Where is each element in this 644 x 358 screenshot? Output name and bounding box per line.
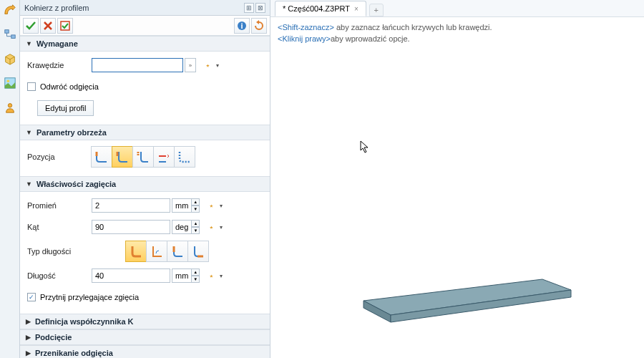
length-spin-up[interactable]: ▲ — [191, 268, 200, 276]
length-spin-down[interactable]: ▼ — [191, 276, 200, 283]
length-options-icon[interactable]: ⭑ — [204, 268, 218, 283]
collapse-icon: ▶ — [26, 318, 31, 325]
properties-panel: Kołnierz z profilem ⊞ ⊠ i ▼ Wymagane — [20, 0, 270, 358]
model-plate — [342, 265, 585, 329]
radius-input[interactable] — [92, 198, 170, 213]
collapse-icon: ▶ — [26, 349, 31, 357]
reverse-label: Odwróć odgięcia — [40, 82, 99, 91]
tab-close-icon[interactable]: × — [354, 5, 358, 13]
panel-close-icon[interactable]: ⊠ — [255, 3, 265, 13]
length-input[interactable] — [92, 268, 170, 283]
section-podciecie-header[interactable]: ▶ Podcięcie — [20, 329, 270, 345]
section-required-title: Wymagane — [36, 39, 78, 48]
angle-spin-up[interactable]: ▲ — [191, 220, 200, 227]
svg-rect-5 — [61, 21, 69, 30]
svg-point-3 — [6, 80, 9, 83]
position-option-3[interactable] — [132, 146, 154, 168]
length-unit[interactable]: mm — [172, 268, 192, 283]
edges-label: Krawędzie — [27, 61, 92, 69]
lengthtype-options — [126, 241, 209, 262]
radius-options-icon[interactable]: ⭑ — [204, 198, 218, 213]
lengthtype-option-3[interactable] — [167, 241, 188, 262]
radius-label: Promień — [27, 201, 92, 210]
tool-user-icon[interactable] — [3, 100, 17, 115]
tab-bar: * Część004.Z3PRT × + — [270, 0, 644, 17]
trim-label: Przytnij przylegające zgięcia — [40, 293, 139, 301]
position-option-2[interactable] — [112, 146, 133, 168]
expand-icon: ▼ — [26, 129, 32, 136]
svg-text:i: i — [240, 21, 243, 30]
edges-expand-icon[interactable]: » — [185, 58, 196, 72]
viewport: * Część004.Z3PRT × + <Shift-zaznacz> aby… — [270, 0, 644, 358]
hint2-text: aby wprowadzić opcje. — [331, 34, 410, 43]
section-przenikanie-title: Przenikanie odgięcia — [35, 349, 113, 357]
section-bendprops-header[interactable]: ▼ Właściwości zagięcia — [20, 176, 270, 192]
section-required-header[interactable]: ▼ Wymagane — [20, 36, 270, 52]
side-toolbar — [0, 0, 20, 358]
reset-button[interactable] — [251, 18, 267, 34]
reverse-checkbox[interactable] — [27, 82, 36, 91]
tool-tree-icon[interactable] — [3, 27, 17, 42]
section-k-title: Definicja współczynnika K — [35, 317, 134, 326]
angle-input[interactable] — [92, 220, 170, 234]
document-tab[interactable]: * Część004.Z3PRT × — [275, 1, 366, 16]
lengthtype-option-1[interactable] — [125, 241, 147, 262]
position-options — [92, 146, 195, 168]
section-k-header[interactable]: ▶ Definicja współczynnika K — [20, 314, 270, 329]
angle-unit[interactable]: deg — [172, 220, 192, 234]
panel-titlebar: Kołnierz z profilem ⊞ ⊠ — [20, 0, 270, 16]
radius-spin-up[interactable]: ▲ — [191, 198, 200, 205]
collapse-icon: ▶ — [26, 334, 31, 341]
panel-options-icon[interactable]: ⊞ — [244, 3, 254, 13]
length-label: Długość — [27, 271, 92, 280]
hint1-key: <Shift-zaznacz> — [278, 23, 334, 32]
angle-spin-down[interactable]: ▼ — [191, 227, 200, 234]
panel-title-text: Kołnierz z profilem — [24, 4, 89, 12]
hint1-text: aby zaznacz łańcuch krzywych lub krawędz… — [334, 23, 492, 32]
edit-profile-button[interactable]: Edytuj profil — [37, 100, 94, 116]
section-params-header[interactable]: ▼ Parametry obrzeża — [20, 125, 270, 140]
section-params-title: Parametry obrzeża — [36, 128, 107, 137]
expand-icon: ▼ — [26, 40, 32, 47]
lengthtype-option-4[interactable] — [187, 241, 209, 262]
position-option-1[interactable] — [91, 146, 112, 168]
3d-canvas[interactable] — [270, 49, 644, 358]
radius-unit[interactable]: mm — [172, 198, 192, 213]
svg-rect-1 — [11, 35, 14, 39]
svg-point-4 — [8, 104, 11, 107]
apply-button[interactable] — [57, 18, 73, 34]
tool-box-icon[interactable] — [3, 52, 17, 66]
position-label: Pozycja — [27, 153, 92, 161]
cursor-icon — [360, 140, 371, 155]
svg-rect-0 — [4, 30, 8, 34]
edges-options-icon[interactable]: ⭑ — [200, 58, 215, 72]
section-przenikanie-header[interactable]: ▶ Przenikanie odgięcia — [20, 345, 270, 358]
tool-profile-icon[interactable] — [3, 3, 17, 17]
lengthtype-label: Typ długości — [27, 247, 92, 256]
hint2-key: <Kliknij prawy> — [278, 34, 331, 43]
new-tab-button[interactable]: + — [369, 4, 384, 16]
section-podciecie-title: Podcięcie — [35, 333, 72, 342]
trim-checkbox[interactable]: ✓ — [27, 293, 36, 301]
expand-icon: ▼ — [26, 180, 32, 188]
tab-label: * Część004.Z3PRT — [283, 4, 350, 13]
radius-spin-down[interactable]: ▼ — [191, 205, 200, 213]
ok-button[interactable] — [23, 18, 39, 34]
lengthtype-option-2[interactable] — [146, 241, 167, 262]
panel-toolbar: i — [20, 16, 270, 36]
cancel-button[interactable] — [40, 18, 56, 34]
position-option-5[interactable] — [174, 146, 195, 168]
angle-label: Kąt — [27, 223, 92, 231]
section-bendprops-title: Właściwości zagięcia — [36, 180, 116, 188]
edges-input[interactable] — [92, 58, 183, 72]
angle-options-icon[interactable]: ⭑ — [204, 220, 218, 234]
position-option-4[interactable] — [153, 146, 175, 168]
info-button[interactable]: i — [234, 18, 250, 34]
tool-scene-icon[interactable] — [3, 76, 17, 90]
hints: <Shift-zaznacz> aby zaznacz łańcuch krzy… — [270, 17, 644, 49]
